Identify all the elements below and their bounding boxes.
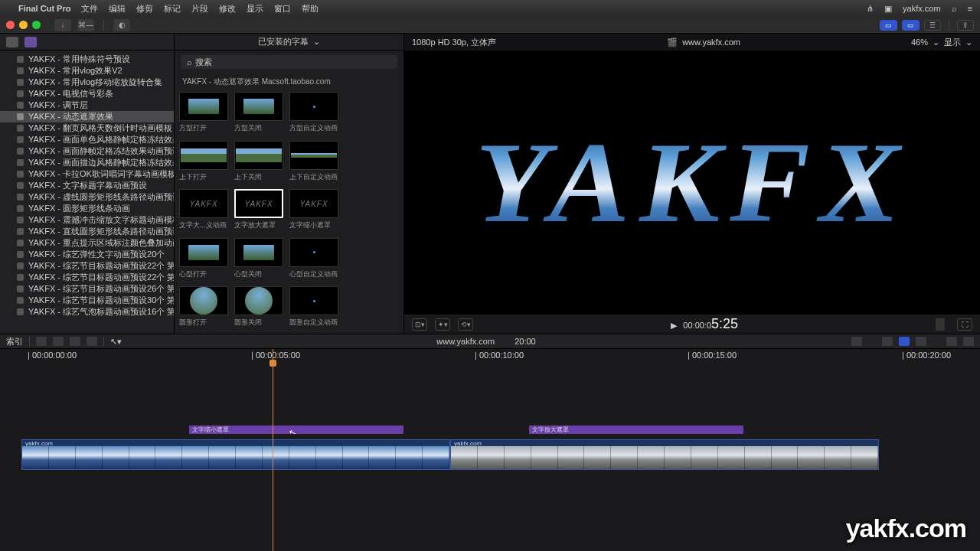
sidebar-item[interactable]: YAKFX - 圆形矩形线条动画 — [0, 203, 174, 214]
index-button[interactable]: 索引 — [6, 336, 23, 347]
timecode-display[interactable]: ▶ 00:00:05:25 — [481, 316, 928, 332]
effect-tile[interactable]: 圆形自定义动画 — [289, 286, 345, 329]
menu-mark[interactable]: 标记 — [164, 3, 181, 15]
effect-tile[interactable]: 心型打开 — [179, 238, 234, 281]
sidebar-item[interactable]: YAKFX - 画面静帧定格冻结效果动画预设 — [0, 145, 174, 157]
menu-clip[interactable]: 片段 — [191, 3, 208, 15]
effect-tile[interactable]: YAKFX文字缩小遮罩 — [289, 189, 345, 232]
sidebar-item[interactable]: YAKFX - 画面描边风格静帧定格冻结效果 — [0, 157, 174, 168]
keyword-button[interactable]: ⌘— — [77, 19, 94, 31]
sidebar-item[interactable]: YAKFX - 直线圆形矩形线条路径动画预设 — [0, 226, 174, 237]
viewer-canvas[interactable]: YAKFX — [404, 51, 980, 314]
effect-tile[interactable]: 心型关闭 — [234, 238, 289, 281]
effects-menu[interactable]: ✦▾ — [435, 318, 450, 331]
menu-edit[interactable]: 编辑 — [109, 3, 126, 15]
sidebar-item[interactable]: YAKFX - 综艺节目标题动画预设22个 第一季 — [0, 272, 174, 283]
timeline-zoom-button[interactable] — [963, 337, 974, 346]
effect-tile[interactable]: 方型自定义动画 — [289, 92, 345, 135]
search-icon[interactable]: ⌕ — [952, 4, 957, 13]
close-window[interactable] — [6, 21, 15, 29]
snap-button[interactable] — [916, 337, 926, 346]
folder-icon — [17, 113, 24, 120]
sidebar-item[interactable]: YAKFX - 动态遮罩效果 — [0, 111, 174, 122]
sidebar-item-label: YAKFX - 卡拉OK歌词唱词字幕动画模板 — [28, 168, 174, 180]
effect-tile[interactable]: 圆形关闭 — [234, 286, 289, 329]
menubar-app-icon[interactable]: ▣ — [884, 4, 892, 14]
titles-tab-icon[interactable] — [24, 37, 37, 47]
sidebar-item[interactable]: YAKFX - 综艺节目标题动画预设26个 第三季 — [0, 283, 174, 295]
title-clip[interactable]: 文字放大遮罩 — [529, 425, 743, 434]
overwrite-clip-button[interactable] — [87, 337, 97, 346]
menu-modify[interactable]: 修改 — [219, 3, 236, 15]
effect-tile[interactable]: 方型关闭 — [234, 92, 289, 135]
menu-trim[interactable]: 修剪 — [136, 3, 153, 15]
append-clip-button[interactable] — [70, 337, 80, 346]
fullscreen-window[interactable] — [32, 21, 41, 29]
sidebar-item-label: YAKFX - 综艺节目标题动画预设26个 第三季 — [28, 283, 174, 295]
sidebar-item[interactable]: YAKFX - 文字标题字幕动画预设 — [0, 180, 174, 191]
timeline-toggle[interactable]: ▭ — [902, 20, 920, 31]
video-clip[interactable]: yakfx.com — [450, 439, 879, 470]
sidebar-item[interactable]: YAKFX - 综艺气泡标题动画预设16个 第十季 — [0, 306, 174, 318]
sidebar-item[interactable]: YAKFX - 综艺弹性文字动画预设20个 — [0, 249, 174, 260]
effect-tile[interactable]: YAKFX文字大...义动画 — [179, 189, 234, 232]
effect-tile[interactable]: 上下打开 — [179, 141, 234, 184]
minimize-window[interactable] — [19, 21, 28, 29]
effect-tile[interactable]: 心型自定义动画 — [289, 238, 345, 281]
primary-storyline[interactable]: yakfx.comyakfx.com — [21, 439, 879, 470]
sidebar-item[interactable]: YAKFX - 综艺节目标题动画预设22个 第四季 — [0, 260, 174, 272]
menu-window[interactable]: 窗口 — [274, 3, 291, 15]
effect-tile[interactable]: 方型打开 — [179, 92, 234, 135]
sidebar-item[interactable]: YAKFX - 调节层 — [0, 99, 174, 111]
view-menu[interactable]: 显示 — [944, 37, 961, 48]
scale-menu[interactable]: ⊡▾ — [412, 318, 427, 331]
tool-select[interactable]: ↖▾ — [110, 337, 121, 346]
sidebar-item[interactable]: YAKFX - 常用vlog移动缩放旋转合集 — [0, 77, 174, 88]
sidebar-item[interactable]: YAKFX - 震撼冲击缩放文字标题动画模板 — [0, 214, 174, 226]
skimming-button[interactable] — [851, 337, 862, 346]
sidebar-item[interactable]: YAKFX - 常用特殊符号预设 — [0, 54, 174, 65]
sidebar-item[interactable]: YAKFX - 综艺节目标题动画预设30个 第二季 — [0, 295, 174, 306]
sidebar-item[interactable]: YAKFX - 翻页风格天数倒计时动画模板 — [0, 122, 174, 134]
share-button[interactable]: ⇪ — [957, 20, 974, 31]
timeline-ruler[interactable]: | 00:00:00:00| 00:00:05:00| 00:00:10:00|… — [21, 349, 980, 361]
inspector-toggle[interactable]: ☰ — [924, 20, 941, 31]
sidebar-item[interactable]: YAKFX - 卡拉OK歌词唱词字幕动画模板 — [0, 168, 174, 180]
dropdown-icon[interactable]: ⌄ — [313, 37, 320, 47]
effect-tile[interactable]: 上下自定义动画 — [289, 141, 345, 184]
view-dropdown-icon[interactable]: ⌄ — [965, 37, 972, 47]
effect-tile[interactable]: 上下关闭 — [234, 141, 289, 184]
background-tasks-button[interactable]: ◐ — [113, 19, 130, 31]
control-center-icon[interactable]: ≡ — [968, 4, 972, 13]
audio-skim-button[interactable] — [882, 337, 893, 346]
timeline[interactable]: | 00:00:00:00| 00:00:05:00| 00:00:10:00|… — [0, 349, 980, 551]
fullscreen-button[interactable]: ⛶ — [957, 318, 972, 331]
menu-file[interactable]: 文件 — [81, 3, 98, 15]
sidebar-item[interactable]: YAKFX - 常用vlog效果V2 — [0, 65, 174, 77]
zoom-dropdown-icon[interactable]: ⌄ — [933, 37, 939, 47]
sidebar-item[interactable]: YAKFX - 虚线圆形矩形线条路径动画预设 — [0, 191, 174, 203]
effect-tile[interactable]: 圆形打开 — [179, 286, 234, 329]
video-clip[interactable]: yakfx.com — [21, 439, 450, 470]
retime-menu[interactable]: ⟲▾ — [458, 318, 473, 331]
import-button[interactable]: ↓ — [54, 19, 71, 31]
effects-browser: 已安装的字幕 ⌄ ⌕ 搜索 YAKFX - 动态遮罩效果 Macsoft.tao… — [175, 34, 404, 334]
clip-appearance-button[interactable] — [946, 337, 957, 346]
play-icon[interactable]: ▶ — [671, 321, 677, 330]
sidebar-item[interactable]: YAKFX - 重点提示区域标注颜色叠加动画预设 — [0, 237, 174, 249]
effect-tile[interactable]: YAKFX文字放大遮罩 — [234, 189, 289, 232]
connect-clip-button[interactable] — [36, 337, 47, 346]
wifi-icon[interactable]: ⋔ — [867, 4, 874, 14]
menu-view[interactable]: 显示 — [247, 3, 263, 15]
solo-button[interactable] — [899, 337, 910, 346]
menu-help[interactable]: 帮助 — [302, 3, 318, 15]
browser-toggle[interactable]: ▭ — [880, 20, 897, 31]
sidebar-item[interactable]: YAKFX - 电视信号彩条 — [0, 88, 174, 99]
app-name[interactable]: Final Cut Pro — [18, 4, 70, 13]
playhead[interactable] — [273, 349, 273, 551]
sidebar-item[interactable]: YAKFX - 画面单色风格静帧定格冻结效果 — [0, 134, 174, 145]
search-field[interactable]: ⌕ 搜索 — [181, 55, 397, 69]
insert-clip-button[interactable] — [53, 337, 64, 346]
library-tab-icon[interactable] — [6, 37, 18, 47]
zoom-value[interactable]: 46% — [911, 37, 928, 47]
